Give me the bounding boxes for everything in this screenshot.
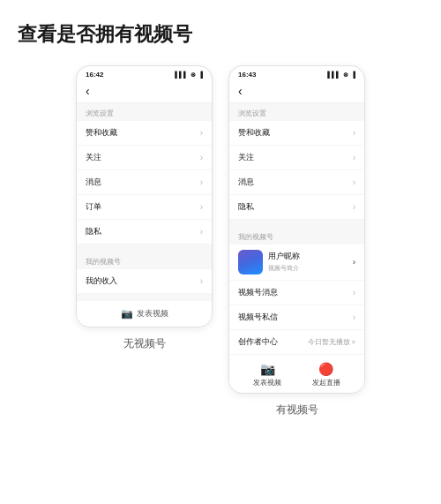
wifi-icon-right: ⊛ <box>343 71 348 79</box>
wifi-icon: ⊛ <box>191 71 196 79</box>
menu-item-channel-dm[interactable]: 视频号私信 › <box>229 305 364 330</box>
signal-icon: ▌▌▌ <box>175 71 188 78</box>
status-bar-left: 16:42 ▌▌▌ ⊛ ▐ <box>77 66 212 81</box>
menu-item-follow-right[interactable]: 关注 › <box>229 146 364 170</box>
chevron-icon: › <box>200 276 203 286</box>
status-icons-right: ▌▌▌ ⊛ ▐ <box>327 71 355 79</box>
live-icon: 🔴 <box>318 362 333 376</box>
menu-item-privacy-left[interactable]: 隐私 › <box>77 220 212 244</box>
avatar-image <box>238 250 263 275</box>
phones-comparison: 16:42 ▌▌▌ ⊛ ▐ ‹ 浏览设置 赞和收藏 › 关注 › <box>76 65 365 417</box>
menu-item-income[interactable]: 我的收入 › <box>77 269 212 294</box>
section-browser-right: 浏览设置 <box>229 103 364 121</box>
chevron-icon: › <box>200 153 203 162</box>
section-gap-left <box>77 244 212 252</box>
menu-item-creator-center[interactable]: 创作者中心 今日暂无播放 > <box>229 330 364 355</box>
publish-video-btn-right[interactable]: 📷 发表视频 <box>238 362 297 387</box>
section-gap-right <box>229 220 364 227</box>
menu-item-orders-left[interactable]: 订单 › <box>77 195 212 220</box>
menu-item-messages-right[interactable]: 消息 › <box>229 170 364 195</box>
time-right: 16:43 <box>238 71 256 79</box>
section-channel-left: 我的视频号 <box>77 252 212 269</box>
chevron-icon: › <box>200 128 203 138</box>
live-btn[interactable]: 🔴 发起直播 <box>297 362 356 387</box>
time-left: 16:42 <box>86 71 103 79</box>
section-channel-right: 我的视频号 <box>229 227 364 244</box>
chevron-icon: › <box>353 177 355 187</box>
label-no-channel: 无视频号 <box>123 336 166 351</box>
creator-right: 今日暂无播放 > <box>308 338 355 347</box>
menu-item-messages-left[interactable]: 消息 › <box>77 170 212 195</box>
status-icons-left: ▌▌▌ ⊛ ▐ <box>175 71 203 79</box>
signal-icon-right: ▌▌▌ <box>327 71 340 78</box>
menu-item-likes-right[interactable]: 赞和收藏 › <box>229 121 364 146</box>
profile-text: 用户昵称 视频号简介 <box>268 252 348 273</box>
bottom-actions: 📷 发表视频 🔴 发起直播 <box>229 355 364 393</box>
menu-item-channel-messages[interactable]: 视频号消息 › <box>229 281 364 305</box>
phone-has-channel-frame: 16:43 ▌▌▌ ⊛ ▐ ‹ 浏览设置 赞和收藏 › 关注 › <box>228 65 365 394</box>
menu-item-likes-left[interactable]: 赞和收藏 › <box>77 121 212 146</box>
camera-icon-left: 📷 <box>121 308 133 320</box>
nav-left: ‹ <box>77 81 212 103</box>
avatar <box>238 250 263 275</box>
section-browser-left: 浏览设置 <box>77 103 212 121</box>
page-title: 查看是否拥有视频号 <box>18 21 192 48</box>
status-bar-right: 16:43 ▌▌▌ ⊛ ▐ <box>229 66 364 81</box>
chevron-icon: › <box>353 202 355 212</box>
chevron-icon: › <box>200 227 203 237</box>
chevron-icon: › <box>353 128 355 138</box>
publish-video-btn-left[interactable]: 📷 发表视频 <box>77 301 212 327</box>
menu-item-follow-left[interactable]: 关注 › <box>77 146 212 170</box>
chevron-icon: › <box>353 312 355 322</box>
section-gap2-left <box>77 294 212 301</box>
camera-icon-right: 📷 <box>260 362 275 376</box>
battery-icon-right: ▐ <box>351 71 355 78</box>
profile-sub: 视频号简介 <box>268 264 348 273</box>
chevron-icon-profile: › <box>353 258 355 267</box>
battery-icon: ▐ <box>198 71 203 78</box>
creator-tag: 今日暂无播放 > <box>308 338 355 347</box>
back-arrow-right[interactable]: ‹ <box>238 84 243 98</box>
nav-right: ‹ <box>229 81 364 103</box>
phone-no-channel-frame: 16:42 ▌▌▌ ⊛ ▐ ‹ 浏览设置 赞和收藏 › 关注 › <box>76 65 213 327</box>
phone-no-channel: 16:42 ▌▌▌ ⊛ ▐ ‹ 浏览设置 赞和收藏 › 关注 › <box>76 65 213 351</box>
back-arrow-left[interactable]: ‹ <box>86 84 90 98</box>
chevron-icon: › <box>353 153 355 162</box>
menu-item-privacy-right[interactable]: 隐私 › <box>229 195 364 220</box>
phone-has-channel: 16:43 ▌▌▌ ⊛ ▐ ‹ 浏览设置 赞和收藏 › 关注 › <box>228 65 365 417</box>
profile-name: 用户昵称 <box>268 252 348 262</box>
label-has-channel: 有视频号 <box>276 402 318 417</box>
chevron-icon: › <box>353 288 355 297</box>
profile-item[interactable]: 用户昵称 视频号简介 › <box>229 244 364 281</box>
chevron-icon: › <box>200 177 203 187</box>
chevron-icon: › <box>200 202 203 212</box>
